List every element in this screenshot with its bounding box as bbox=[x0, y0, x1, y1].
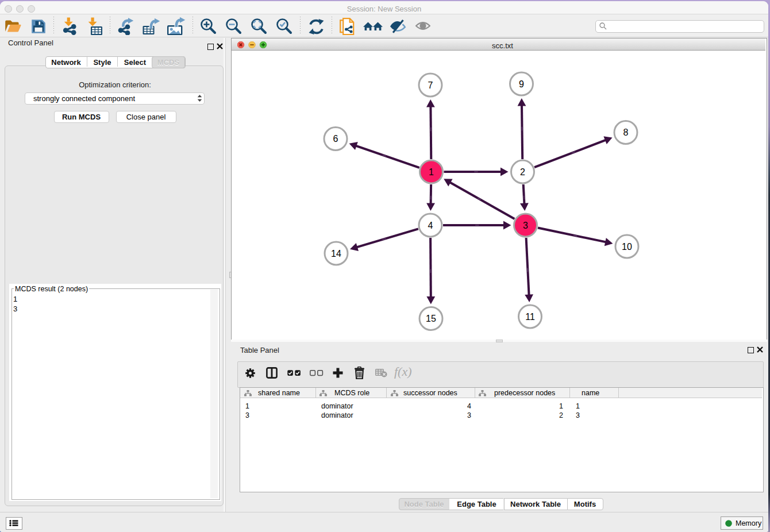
svg-text:4: 4 bbox=[428, 221, 433, 230]
svg-text:14: 14 bbox=[331, 249, 341, 259]
svg-text:9: 9 bbox=[519, 79, 524, 89]
svg-text:10: 10 bbox=[622, 242, 632, 252]
svg-text:11: 11 bbox=[525, 312, 535, 322]
svg-text:7: 7 bbox=[428, 80, 433, 90]
svg-text:15: 15 bbox=[426, 314, 436, 323]
svg-text:2: 2 bbox=[520, 167, 525, 177]
svg-text:6: 6 bbox=[333, 134, 338, 144]
svg-text:8: 8 bbox=[623, 128, 629, 137]
svg-text:3: 3 bbox=[523, 221, 528, 230]
svg-text:1: 1 bbox=[429, 167, 434, 177]
